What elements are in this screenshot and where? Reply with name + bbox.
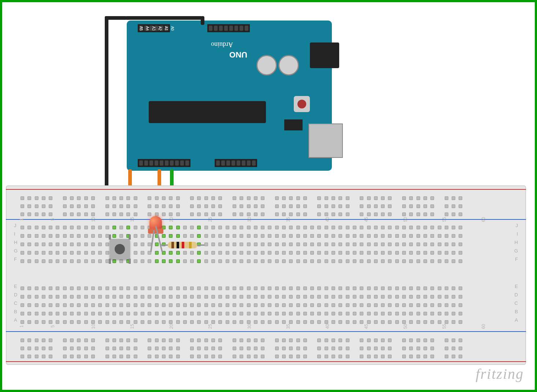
col-number: 25 — [208, 324, 213, 329]
row-label: C — [515, 300, 518, 306]
col-number: 55 — [442, 217, 447, 222]
col-number: 40 — [325, 217, 330, 222]
pin-label: A0 — [170, 26, 174, 30]
row-label: F — [14, 256, 17, 262]
pin-label: A2 — [158, 26, 162, 30]
col-number: 55 — [442, 324, 447, 329]
col-number: 25 — [208, 217, 213, 222]
digital-header-left — [215, 159, 257, 167]
col-number: 10 — [90, 324, 96, 329]
col-number: 20 — [168, 324, 174, 329]
row-label: H — [14, 240, 17, 245]
led-red — [149, 216, 162, 231]
row-label: G — [14, 248, 18, 254]
pin-label: A4 — [145, 26, 149, 30]
col-number: 35 — [286, 217, 291, 222]
col-number: 30 — [247, 324, 252, 329]
board-model-label: UNO — [229, 50, 247, 59]
row-label: C — [14, 300, 17, 306]
row-label: D — [515, 292, 518, 297]
row-label: F — [515, 256, 518, 262]
col-number: 60 — [481, 217, 486, 222]
wire-black-gnd — [201, 16, 204, 25]
row-label: D — [14, 292, 17, 297]
col-number: 1 — [19, 218, 24, 221]
col-number: 45 — [364, 217, 369, 222]
col-number: 60 — [481, 324, 486, 329]
col-number: 5 — [51, 325, 56, 328]
pin-label: A5 — [139, 26, 143, 30]
breadboard: J I H G F E D C B A J I H G F E D C B A … — [6, 185, 526, 365]
row-label: A — [515, 317, 518, 323]
atmega-chip-icon — [149, 101, 266, 123]
pin-label: A3 — [152, 26, 156, 30]
row-label: I — [14, 231, 15, 237]
resistor-1k — [168, 242, 197, 248]
row-label: J — [14, 223, 16, 228]
power-header — [207, 24, 250, 32]
col-number: 40 — [325, 324, 330, 329]
board-brand-label: Arduino — [211, 41, 233, 48]
usb-port-icon — [308, 123, 343, 158]
row-label: A — [14, 317, 17, 323]
row-label: G — [514, 248, 518, 254]
fritzing-diagram: UNO Arduino A5 A4 A3 A2 A1 A0 J I H G F … — [0, 0, 537, 392]
push-button[interactable] — [110, 239, 130, 259]
digital-header-right — [138, 159, 190, 167]
row-label: E — [14, 284, 17, 289]
icsp-header-icon — [284, 119, 303, 130]
col-number: 15 — [130, 217, 135, 222]
col-number: 20 — [168, 217, 174, 222]
capacitor-icon — [278, 55, 299, 75]
col-number: 50 — [403, 324, 408, 329]
fritzing-watermark: fritzing — [475, 365, 524, 382]
arduino-uno-board: UNO Arduino — [127, 21, 332, 171]
reset-button[interactable] — [294, 96, 310, 112]
row-label: H — [515, 240, 518, 245]
row-label: B — [515, 309, 518, 314]
col-number: 1 — [19, 325, 24, 328]
row-label: J — [516, 223, 518, 228]
tie-point-grid — [21, 189, 511, 361]
col-number: 15 — [130, 324, 135, 329]
dc-jack-icon — [310, 42, 339, 68]
col-number: 45 — [364, 324, 369, 329]
row-label: E — [515, 284, 518, 289]
col-number: 35 — [286, 324, 291, 329]
col-number: 50 — [403, 217, 408, 222]
row-label: I — [516, 231, 518, 237]
capacitor-icon — [256, 55, 277, 75]
col-number: 10 — [90, 217, 96, 222]
col-number: 5 — [51, 218, 56, 221]
pin-label: A1 — [164, 26, 168, 30]
col-number: 30 — [247, 217, 252, 222]
wire-black-gnd — [125, 16, 202, 20]
row-label: B — [14, 309, 17, 314]
